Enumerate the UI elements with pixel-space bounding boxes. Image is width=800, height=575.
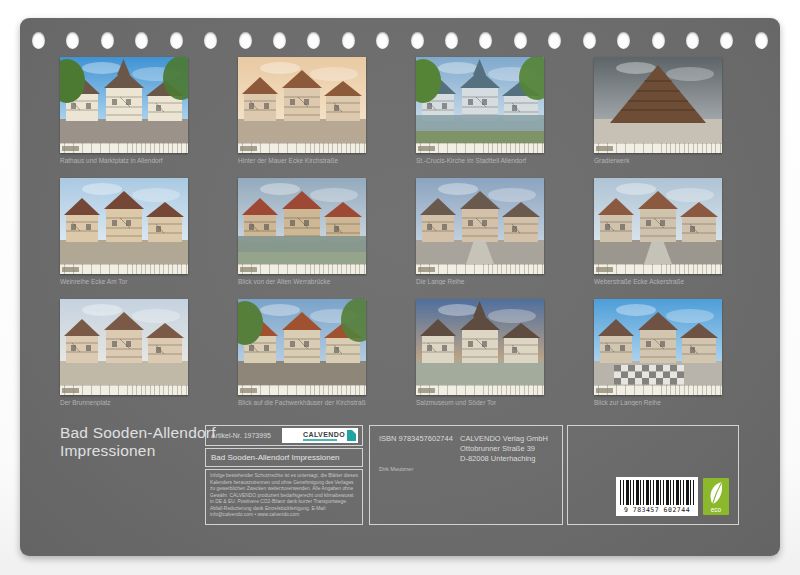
thumbnail-caption: Rathaus und Marktplatz in Allendorf: [60, 157, 188, 164]
barcode-bars: [620, 480, 694, 505]
calvendo-logo-icon: [347, 430, 356, 441]
thumbnail-month-label: [240, 267, 257, 272]
binding-hole: [239, 32, 252, 49]
article-number: Artikel-Nr. 1973995: [211, 432, 271, 439]
eco-logo: eco: [703, 478, 729, 515]
binding-hole: [583, 32, 596, 49]
eco-label: eco: [711, 507, 721, 514]
thumbnail-month-label: [62, 388, 79, 393]
thumbnail-photo: [60, 178, 188, 264]
thumbnail-photo: [60, 57, 188, 143]
thumbnail-date-strip: [594, 385, 722, 395]
thumbnail-date-strip: [594, 264, 722, 274]
thumbnail-date-strip: [238, 143, 366, 153]
thumbnail-caption: Gradierwerk: [594, 157, 722, 164]
barcode-digits: 9 783457 602744: [620, 506, 694, 514]
thumbnail-caption: Salzmuseum und Söder Tor: [416, 399, 544, 406]
thumbnail-date-strip: [238, 385, 366, 395]
spiral-binding-holes: [32, 31, 768, 49]
binding-hole: [411, 32, 424, 49]
calendar-month-thumbnail: St.-Crucis-Kirche im Stadtteil Allendorf: [416, 57, 544, 178]
thumbnail-caption: Hinter der Mauer Ecke Kirchstraße: [238, 157, 366, 164]
calendar-back-cover: Rathaus und Marktplatz in Allendorf Hint…: [20, 18, 780, 556]
thumbnail-photo: [238, 57, 366, 143]
thumbnail-photo: [416, 299, 544, 385]
thumbnail-caption: Weberstraße Ecke Ackerstraße: [594, 278, 722, 285]
thumbnail-month-label: [418, 267, 435, 272]
calendar-month-thumbnail: Der Brunnenplatz: [60, 299, 188, 420]
thumbnail-month-label: [62, 146, 79, 151]
publisher-name: CALVENDO Verlag GmbH: [460, 434, 548, 444]
thumbnail-photo: [60, 299, 188, 385]
thumbnail-caption: Blick von der Alten Werrabrücke: [238, 278, 366, 285]
binding-hole: [273, 32, 286, 49]
photographer-credit: Dirk Meutzner: [379, 466, 413, 472]
calendar-title-box: Bad Sooden-Allendorf Impressionen: [205, 448, 363, 467]
calendar-month-thumbnail: Blick zur Langen Reihe: [594, 299, 722, 420]
thumbnail-photo: [416, 57, 544, 143]
calvendo-logo-text: CALVENDO: [303, 431, 345, 438]
product-photo-background: Rathaus und Marktplatz in Allendorf Hint…: [0, 0, 800, 575]
calendar-month-thumbnail: Gradierwerk: [594, 57, 722, 178]
binding-hole: [617, 32, 630, 49]
thumbnail-caption: Die Lange Reihe: [416, 278, 544, 285]
calvendo-logo: CALVENDO: [282, 428, 358, 443]
calvendo-logo-tagline: [303, 439, 337, 441]
calendar-month-thumbnail: Blick von der Alten Werrabrücke: [238, 178, 366, 299]
thumbnail-month-label: [596, 146, 613, 151]
ean-barcode: 9 783457 602744: [616, 477, 698, 516]
calendar-month-thumbnail: Blick auf die Fachwerkhäuser der Kirchst…: [238, 299, 366, 420]
calendar-month-thumbnail: Salzmuseum und Söder Tor: [416, 299, 544, 420]
calendar-title-line2: Impressionen: [60, 442, 216, 460]
binding-hole: [548, 32, 561, 49]
binding-hole: [135, 32, 148, 49]
binding-hole: [445, 32, 458, 49]
thumbnail-photo: [594, 178, 722, 264]
calendar-title: Bad Sooden-Allendorf Impressionen: [60, 424, 216, 460]
thumbnail-month-label: [240, 388, 257, 393]
thumbnail-caption: Der Brunnenplatz: [60, 399, 188, 406]
binding-hole: [32, 32, 45, 49]
fine-print-box: Infolge bestehender Schutzrechte ist es …: [205, 469, 363, 525]
info-column-left: Artikel-Nr. 1973995 CALVENDO Bad Sooden-…: [205, 425, 363, 525]
calendar-month-thumbnail: Hinter der Mauer Ecke Kirchstraße: [238, 57, 366, 178]
binding-hole: [514, 32, 527, 49]
thumbnail-photo: [238, 299, 366, 385]
thumbnail-caption: Blick zur Langen Reihe: [594, 399, 722, 406]
thumbnail-grid: Rathaus und Marktplatz in Allendorf Hint…: [60, 57, 722, 420]
binding-hole: [720, 32, 733, 49]
thumbnail-date-strip: [60, 143, 188, 153]
thumbnail-photo: [416, 178, 544, 264]
calendar-month-thumbnail: Die Lange Reihe: [416, 178, 544, 299]
thumbnail-date-strip: [416, 264, 544, 274]
thumbnail-month-label: [596, 388, 613, 393]
thumbnail-month-label: [418, 388, 435, 393]
publisher-street: Ottobrunner Straße 39: [460, 444, 548, 454]
thumbnail-photo: [238, 178, 366, 264]
thumbnail-caption: Weinreihe Ecke Am Tor: [60, 278, 188, 285]
article-number-box: Artikel-Nr. 1973995 CALVENDO: [205, 425, 363, 446]
thumbnail-month-label: [240, 146, 257, 151]
thumbnail-date-strip: [416, 385, 544, 395]
publisher-address: CALVENDO Verlag GmbH Ottobrunner Straße …: [460, 434, 548, 463]
calendar-title-line1: Bad Sooden-Allendorf: [60, 424, 216, 442]
calendar-month-thumbnail: Weberstraße Ecke Ackerstraße: [594, 178, 722, 299]
thumbnail-month-label: [418, 146, 435, 151]
thumbnail-date-strip: [594, 143, 722, 153]
thumbnail-photo: [594, 57, 722, 143]
binding-hole: [755, 32, 768, 49]
binding-hole: [686, 32, 699, 49]
thumbnail-month-label: [62, 267, 79, 272]
thumbnail-caption: Blick auf die Fachwerkhäuser der Kirchst…: [238, 399, 366, 406]
binding-hole: [479, 32, 492, 49]
binding-hole: [342, 32, 355, 49]
thumbnail-photo: [594, 299, 722, 385]
binding-hole: [170, 32, 183, 49]
binding-hole: [66, 32, 79, 49]
thumbnail-date-strip: [60, 264, 188, 274]
calendar-month-thumbnail: Weinreihe Ecke Am Tor: [60, 178, 188, 299]
thumbnail-date-strip: [60, 385, 188, 395]
thumbnail-month-label: [596, 267, 613, 272]
binding-hole: [101, 32, 114, 49]
binding-hole: [204, 32, 217, 49]
